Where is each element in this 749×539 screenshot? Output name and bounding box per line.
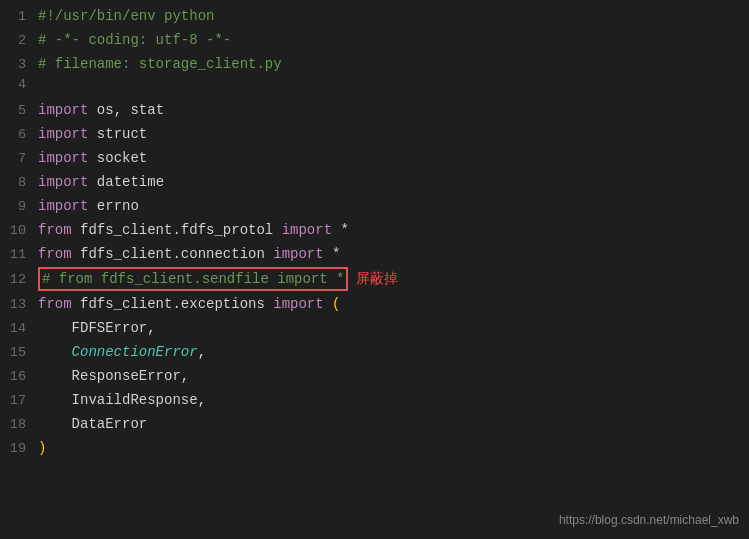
line-number: 15	[0, 345, 38, 360]
code-line-8: 8import datetime	[0, 170, 749, 194]
line-content: ConnectionError,	[38, 341, 749, 363]
line-content: ResponseError,	[38, 365, 749, 387]
line-content: FDFSError,	[38, 317, 749, 339]
code-editor: 1#!/usr/bin/env python2# -*- coding: utf…	[0, 0, 749, 464]
line-number: 12	[0, 272, 38, 287]
annotation-tag: 屏蔽掉	[356, 270, 398, 286]
code-line-9: 9import errno	[0, 194, 749, 218]
line-content: DataError	[38, 413, 749, 435]
line-content: import socket	[38, 147, 749, 169]
code-line-13: 13from fdfs_client.exceptions import (	[0, 292, 749, 316]
line-number: 4	[0, 77, 38, 92]
line-number: 5	[0, 103, 38, 118]
line-content: import errno	[38, 195, 749, 217]
line-content: # filename: storage_client.py	[38, 53, 749, 75]
line-number: 8	[0, 175, 38, 190]
line-content: import os, stat	[38, 99, 749, 121]
line-number: 11	[0, 247, 38, 262]
code-line-15: 15 ConnectionError,	[0, 340, 749, 364]
code-line-11: 11from fdfs_client.connection import *	[0, 242, 749, 266]
code-line-19: 19)	[0, 436, 749, 460]
line-number: 16	[0, 369, 38, 384]
line-number: 2	[0, 33, 38, 48]
code-line-6: 6import struct	[0, 122, 749, 146]
line-number: 10	[0, 223, 38, 238]
line-content: # -*- coding: utf-8 -*-	[38, 29, 749, 51]
line-content: from fdfs_client.connection import *	[38, 243, 749, 265]
highlight-box: # from fdfs_client.sendfile import *	[38, 267, 348, 291]
line-number: 14	[0, 321, 38, 336]
line-content: )	[38, 437, 749, 459]
line-number: 17	[0, 393, 38, 408]
code-line-18: 18 DataError	[0, 412, 749, 436]
watermark: https://blog.csdn.net/michael_xwb	[559, 513, 739, 527]
code-line-7: 7import socket	[0, 146, 749, 170]
line-number: 9	[0, 199, 38, 214]
line-number: 18	[0, 417, 38, 432]
line-content: import datetime	[38, 171, 749, 193]
line-number: 1	[0, 9, 38, 24]
code-line-16: 16 ResponseError,	[0, 364, 749, 388]
line-content: from fdfs_client.exceptions import (	[38, 293, 749, 315]
code-line-5: 5import os, stat	[0, 98, 749, 122]
code-line-2: 2# -*- coding: utf-8 -*-	[0, 28, 749, 52]
code-line-4: 4	[0, 76, 749, 98]
code-line-3: 3# filename: storage_client.py	[0, 52, 749, 76]
line-content: # from fdfs_client.sendfile import *屏蔽掉	[38, 267, 749, 291]
line-content: InvaildResponse,	[38, 389, 749, 411]
line-number: 3	[0, 57, 38, 72]
code-line-10: 10from fdfs_client.fdfs_protol import *	[0, 218, 749, 242]
line-number: 13	[0, 297, 38, 312]
code-line-14: 14 FDFSError,	[0, 316, 749, 340]
line-number: 19	[0, 441, 38, 456]
line-content: from fdfs_client.fdfs_protol import *	[38, 219, 749, 241]
line-content: import struct	[38, 123, 749, 145]
code-line-1: 1#!/usr/bin/env python	[0, 4, 749, 28]
code-line-12: 12# from fdfs_client.sendfile import *屏蔽…	[0, 266, 749, 292]
line-content: #!/usr/bin/env python	[38, 5, 749, 27]
line-number: 7	[0, 151, 38, 166]
line-number: 6	[0, 127, 38, 142]
code-line-17: 17 InvaildResponse,	[0, 388, 749, 412]
